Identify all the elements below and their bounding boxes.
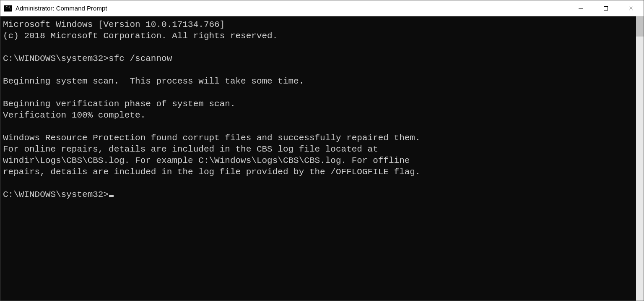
- console-line: Verification 100% complete.: [3, 110, 636, 121]
- console-prompt-line[interactable]: C:\WINDOWS\system32>: [3, 189, 636, 200]
- console-line: repairs, details are included in the log…: [3, 166, 636, 178]
- console-line: Microsoft Windows [Version 10.0.17134.76…: [3, 19, 636, 30]
- console-line: C:\WINDOWS\system32>sfc /scannow: [3, 53, 636, 64]
- console-line: [3, 87, 636, 98]
- window-title: Administrator: Command Prompt: [16, 5, 107, 12]
- console-line: [3, 178, 636, 189]
- minimize-button[interactable]: [568, 0, 593, 16]
- minimize-icon: [578, 6, 583, 11]
- cursor: [109, 195, 114, 197]
- console-prompt: C:\WINDOWS\system32>: [3, 189, 109, 200]
- console-line: Beginning verification phase of system s…: [3, 98, 636, 110]
- maximize-button[interactable]: [593, 0, 618, 16]
- scrollbar-thumb[interactable]: [636, 16, 644, 37]
- scrollbar-track[interactable]: [636, 16, 644, 301]
- console-line: Beginning system scan. This process will…: [3, 76, 636, 87]
- console-line: Windows Resource Protection found corrup…: [3, 132, 636, 144]
- window-controls: [568, 0, 644, 16]
- command-prompt-window: C:\ Administrator: Command Prompt Micros…: [0, 0, 644, 301]
- console-line: For online repairs, details are included…: [3, 144, 636, 155]
- titlebar[interactable]: C:\ Administrator: Command Prompt: [0, 0, 644, 16]
- maximize-icon: [603, 6, 608, 11]
- console-line: windir\Logs\CBS\CBS.log. For example C:\…: [3, 155, 636, 166]
- close-button[interactable]: [618, 0, 644, 16]
- svg-rect-1: [604, 6, 608, 10]
- console-line: (c) 2018 Microsoft Corporation. All righ…: [3, 30, 636, 42]
- console-line: [3, 121, 636, 132]
- cmd-icon: C:\: [4, 5, 12, 12]
- close-icon: [628, 6, 634, 11]
- console-area[interactable]: Microsoft Windows [Version 10.0.17134.76…: [0, 16, 644, 301]
- console-content[interactable]: Microsoft Windows [Version 10.0.17134.76…: [0, 16, 636, 301]
- console-line: [3, 42, 636, 53]
- console-line: [3, 64, 636, 76]
